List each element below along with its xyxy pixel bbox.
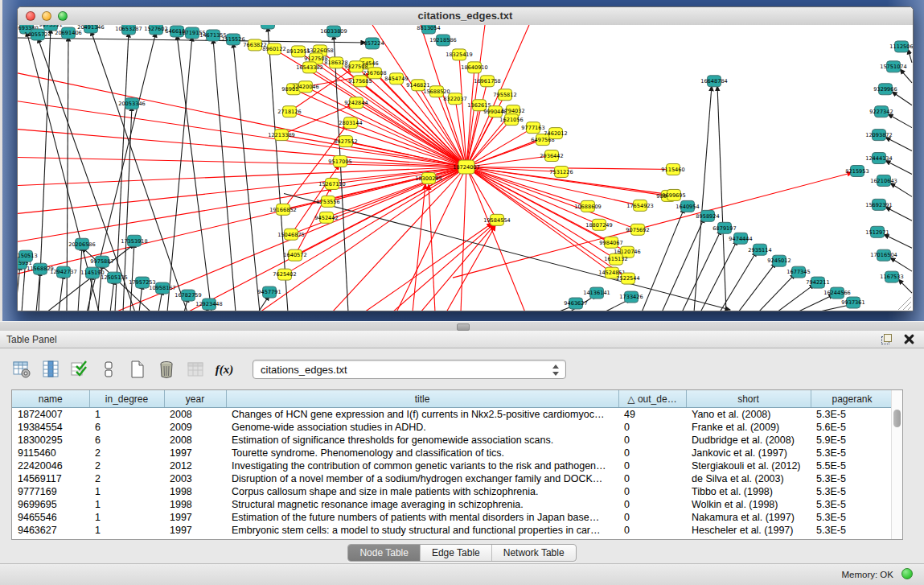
graph-node[interactable]: 16244566 xyxy=(823,287,851,299)
graph-edge[interactable] xyxy=(884,234,912,248)
graph-node[interactable]: 1112506 xyxy=(889,41,913,52)
graph-node[interactable]: 2935114 xyxy=(748,244,771,255)
graph-node[interactable]: 9115460 xyxy=(661,164,684,175)
network-view-window[interactable]: citations_edges.txt 16933809675531140557… xyxy=(17,6,914,311)
graph-edge[interactable] xyxy=(461,167,466,311)
panel-splitter[interactable] xyxy=(0,321,924,331)
table-row[interactable]: 1872400712008Changes of HCN gene express… xyxy=(12,408,893,422)
graph-edge[interactable] xyxy=(885,138,912,151)
graph-node[interactable]: 17353918 xyxy=(121,235,148,246)
graph-edge[interactable] xyxy=(110,279,114,311)
table-row[interactable]: 911546021997Tourette syndrome. Phenomeno… xyxy=(12,447,893,459)
graph-edge[interactable] xyxy=(797,295,834,311)
graph-edge[interactable] xyxy=(459,55,466,167)
graph-node[interactable]: 7857224 xyxy=(360,38,384,49)
graph-edge[interactable] xyxy=(738,262,776,311)
graph-node[interactable]: 15751074 xyxy=(880,61,907,72)
graph-node[interactable]: 9075692 xyxy=(626,224,649,235)
function-builder-icon[interactable]: f(x) xyxy=(214,358,235,381)
graph-node[interactable]: 10688609 xyxy=(574,200,602,212)
network-canvas-container[interactable]: 1693380967553114055724206914062049134610… xyxy=(18,25,913,311)
graph-node[interactable]: 20206586 xyxy=(68,238,96,249)
graph-node[interactable]: 8215953 xyxy=(845,166,869,177)
graph-edge[interactable] xyxy=(59,274,64,311)
tab-node-table[interactable]: Node Table xyxy=(348,545,420,561)
graph-node[interactable]: 9975887 xyxy=(90,256,113,267)
graph-edge[interactable] xyxy=(898,279,912,293)
window-titlebar[interactable]: citations_edges.txt xyxy=(18,7,913,26)
tab-edge-table[interactable]: Edge Table xyxy=(420,545,491,561)
graph-edge[interactable] xyxy=(268,27,288,311)
graph-node[interactable]: 17654923 xyxy=(626,200,654,211)
table-row[interactable]: 2242004622012Investigating the contribut… xyxy=(12,459,893,472)
graph-node[interactable]: 1150513 xyxy=(18,250,38,262)
graph-node[interactable]: 12923448 xyxy=(195,299,223,310)
graph-edge[interactable] xyxy=(890,257,912,271)
graph-edge[interactable] xyxy=(429,184,435,311)
column-header-title[interactable]: title xyxy=(226,390,618,408)
graph-edge[interactable] xyxy=(900,69,912,83)
tab-network-table[interactable]: Network Table xyxy=(491,545,576,561)
graph-node[interactable]: 20053346 xyxy=(118,98,146,109)
show-column-icon[interactable] xyxy=(40,358,61,381)
graph-node[interactable]: 8958924 xyxy=(696,210,719,221)
graph-edge[interactable] xyxy=(890,183,912,196)
window-resize-grip-icon[interactable] xyxy=(898,297,911,310)
graph-node[interactable]: 8454749 xyxy=(384,73,408,84)
table-row[interactable]: 1830029562008Estimation of significance … xyxy=(12,434,893,447)
column-header-pagerank[interactable]: pagerank xyxy=(811,390,893,408)
delete-trash-icon[interactable] xyxy=(156,358,177,381)
graph-edge[interactable] xyxy=(392,224,494,311)
graph-edge[interactable] xyxy=(177,35,211,311)
column-header-in_degree[interactable]: in_degree xyxy=(89,390,164,408)
graph-node[interactable]: 9245012 xyxy=(767,255,791,266)
table-row[interactable]: 946362711997Embryonic stem cells: a mode… xyxy=(12,524,893,537)
column-header-year[interactable]: year xyxy=(164,390,226,408)
graph-edge[interactable] xyxy=(892,92,912,105)
table-row[interactable]: 946554611997Estimation of the future num… xyxy=(12,511,893,524)
column-header-name[interactable]: name xyxy=(12,390,89,408)
graph-edge[interactable] xyxy=(167,36,192,311)
graph-edge[interactable] xyxy=(18,167,466,242)
graph-node[interactable]: 16782759 xyxy=(175,290,202,301)
graph-node[interactable]: 1512971 xyxy=(865,226,889,237)
graph-edge[interactable] xyxy=(310,68,466,167)
network-canvas[interactable]: 1693380967553114055724206914062049134610… xyxy=(18,25,913,311)
graph-node[interactable]: 2718126 xyxy=(277,106,301,117)
graph-edge[interactable] xyxy=(466,120,511,167)
graph-node[interactable]: 14136141 xyxy=(583,287,610,299)
new-file-icon[interactable] xyxy=(127,358,148,381)
scrollbar-thumb[interactable] xyxy=(893,410,901,427)
graph-node[interactable]: 19166852 xyxy=(269,204,297,215)
graph-node[interactable]: 1527602 xyxy=(144,25,167,35)
import-table-icon[interactable] xyxy=(185,358,206,381)
graph-node[interactable]: 6879197 xyxy=(713,222,736,233)
select-all-rows-icon[interactable] xyxy=(69,358,90,381)
table-vertical-scrollbar[interactable] xyxy=(891,390,902,539)
graph-node[interactable]: 9463627 xyxy=(564,298,587,309)
graph-node[interactable]: 16648784 xyxy=(700,76,728,87)
graph-node[interactable]: 9474444 xyxy=(729,233,752,244)
graph-node[interactable]: 10653287 xyxy=(115,25,142,35)
graph-node[interactable]: 1733426 xyxy=(619,291,643,303)
table-selector-dropdown[interactable]: citations_edges.txt xyxy=(253,360,566,379)
graph-edge[interactable] xyxy=(888,114,912,128)
graph-edge[interactable] xyxy=(78,245,82,311)
graph-node[interactable]: 12942737 xyxy=(50,266,77,278)
graph-node[interactable]: 20931436 xyxy=(254,25,281,29)
graph-edge[interactable] xyxy=(700,240,737,311)
table-mode-icon[interactable] xyxy=(11,358,32,381)
graph-edge[interactable] xyxy=(885,207,912,220)
graph-node[interactable]: 18640910 xyxy=(461,62,488,73)
graph-edge[interactable] xyxy=(758,274,795,311)
graph-edge[interactable] xyxy=(908,49,912,63)
graph-edge[interactable] xyxy=(18,158,466,167)
table-row[interactable]: 969969511998Structural magnetic resonanc… xyxy=(12,498,893,511)
unselect-rows-icon[interactable] xyxy=(98,358,119,381)
graph-node[interactable]: 7625402 xyxy=(273,269,296,280)
graph-node[interactable]: 9937361 xyxy=(841,297,864,308)
column-header-short[interactable]: short xyxy=(686,390,811,408)
graph-node[interactable]: 9777163 xyxy=(521,122,544,134)
graph-edge[interactable] xyxy=(364,223,492,311)
graph-edge[interactable] xyxy=(413,183,425,311)
